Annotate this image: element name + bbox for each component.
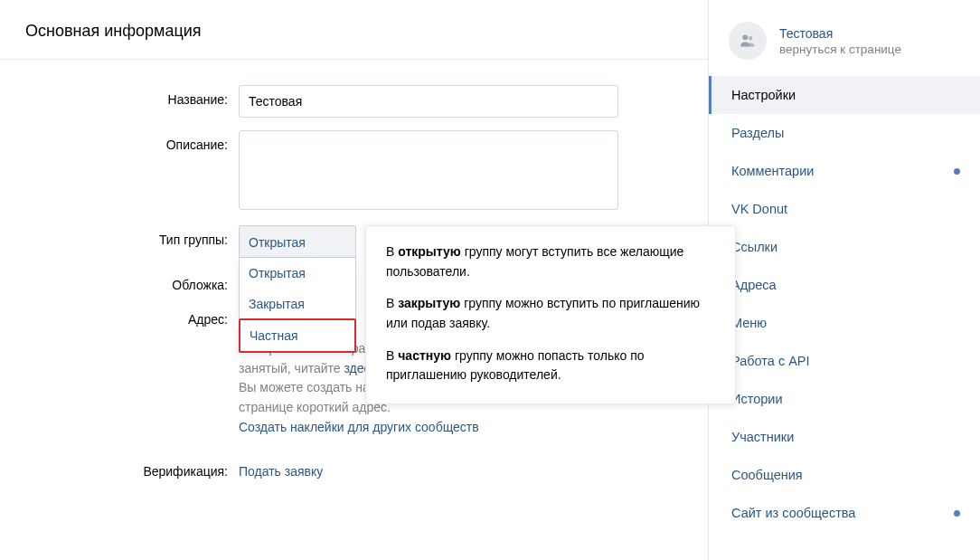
nav-item-label: Участники [731,430,794,444]
people-icon [738,31,758,51]
avatar [729,22,767,60]
nav-item-label: Адреса [731,278,777,292]
group-type-dropdown[interactable]: Открытая Открытая Закрытая Частная В отк… [239,225,618,258]
svg-point-1 [749,36,752,40]
nav-item-label: Настройки [731,88,796,102]
nav-item-разделы[interactable]: Разделы [709,114,980,152]
nav-item-dot-icon [954,168,960,175]
name-input[interactable] [239,85,618,118]
group-type-options-list: Открытая Закрытая Частная [239,258,356,353]
nav-item-label: VK Donut [731,202,787,216]
sidebar: Тестовая вернуться к странице НастройкиР… [709,0,980,560]
description-label: Описание: [22,130,239,152]
group-type-option-open[interactable]: Открытая [240,258,355,289]
nav-item-label: Комментарии [731,164,814,178]
nav-item-истории[interactable]: Истории [709,380,980,418]
tooltip-open-bold: открытую [398,244,461,259]
address-stickers-link[interactable]: Создать наклейки для других сообществ [239,420,479,434]
nav-item-label: Работа с API [731,354,810,368]
tooltip-private-bold: частную [398,348,451,363]
name-label: Название: [22,85,239,107]
group-name[interactable]: Тестовая [779,26,901,41]
nav-item-ссылки[interactable]: Ссылки [709,228,980,266]
nav-item-работа-с-api[interactable]: Работа с API [709,342,980,380]
group-type-tooltip: В открытую группу могут вступить все жел… [365,225,736,404]
group-type-label: Тип группы: [22,225,239,247]
address-label: Адрес: [22,305,239,327]
group-type-selected[interactable]: Открытая [239,225,356,258]
nav-item-vk-donut[interactable]: VK Donut [709,190,980,228]
group-header[interactable]: Тестовая вернуться к странице [709,9,980,76]
main-form-panel: Основная информация Название: Описание: … [0,0,709,560]
tooltip-private-pre: В [386,348,398,363]
nav-item-участники[interactable]: Участники [709,418,980,456]
cover-label: Обложка: [22,271,239,292]
nav-item-label: Сообщения [731,468,803,482]
group-type-option-closed[interactable]: Закрытая [240,289,355,319]
nav-item-label: Сайт из сообщества [731,506,855,520]
nav-item-комментарии[interactable]: Комментарии [709,152,980,190]
tooltip-open-pre: В [386,244,398,259]
description-textarea[interactable] [239,130,618,210]
nav-item-dot-icon [954,510,960,517]
nav-item-меню[interactable]: Меню [709,304,980,342]
nav-item-label: Меню [731,316,767,330]
tooltip-closed-pre: В [386,296,398,310]
nav-item-сообщения[interactable]: Сообщения [709,456,980,494]
verification-link[interactable]: Подать заявку [239,464,323,479]
nav-item-label: Разделы [731,126,784,140]
nav-item-label: Истории [731,392,782,406]
svg-point-0 [742,34,748,40]
nav-item-label: Ссылки [731,240,777,254]
nav-item-настройки[interactable]: Настройки [709,76,980,114]
nav-list: НастройкиРазделыКомментарииVK DonutСсылк… [709,76,980,532]
page-title: Основная информация [0,0,708,60]
group-back-link[interactable]: вернуться к странице [779,43,901,56]
nav-item-адреса[interactable]: Адреса [709,266,980,304]
verification-label: Верификация: [22,457,239,479]
nav-item-сайт-из-сообщества[interactable]: Сайт из сообщества [709,494,980,532]
tooltip-closed-bold: закрытую [398,296,460,310]
settings-form: Название: Описание: Тип группы: Открытая… [0,60,708,517]
group-type-option-private[interactable]: Частная [239,318,356,353]
